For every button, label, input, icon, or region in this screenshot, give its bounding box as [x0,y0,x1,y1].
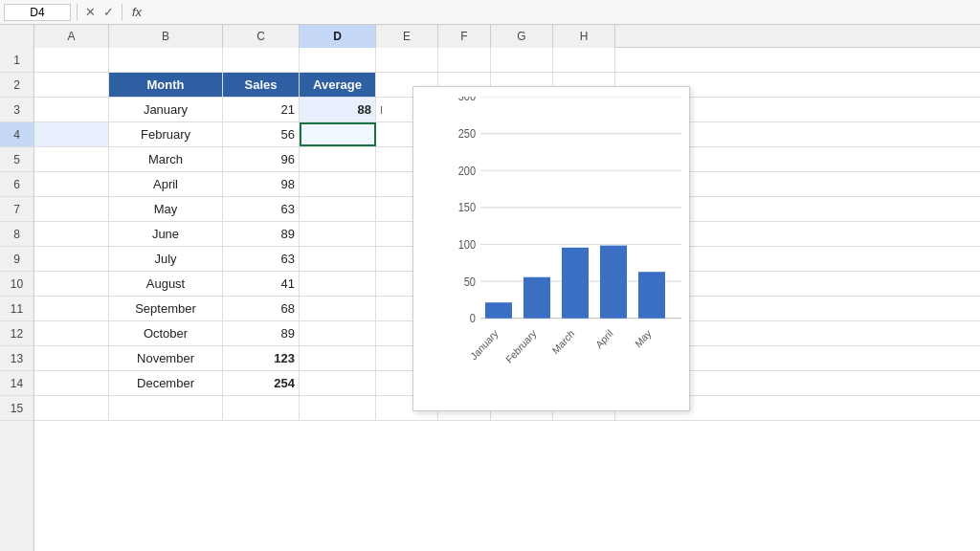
row-header-5[interactable]: 5 [0,147,33,172]
cell-c2-header[interactable]: Sales [223,73,300,97]
cell-a6[interactable] [34,172,109,196]
row-header-1[interactable]: 1 [0,48,33,73]
cell-a12[interactable] [34,321,109,345]
row-header-6[interactable]: 6 [0,172,33,197]
cell-d7[interactable] [300,197,376,221]
confirm-icon[interactable]: ✓ [101,5,116,19]
col-header-c[interactable]: C [223,25,300,48]
cell-b2-header[interactable]: Month [109,73,223,97]
row-header-8[interactable]: 8 [0,222,33,247]
cell-a9[interactable] [34,247,109,271]
col-header-h[interactable]: H [553,25,615,48]
bar-april [600,246,627,319]
row-header-10[interactable]: 10 [0,272,33,297]
row-header-12[interactable]: 12 [0,321,33,346]
cell-a4[interactable] [34,122,109,146]
cell-c10[interactable]: 41 [223,272,300,296]
cell-c3[interactable]: 21 [223,98,300,121]
cell-b15[interactable] [109,396,223,420]
cell-d3[interactable]: 88 [300,98,376,121]
cell-d1[interactable] [300,48,376,72]
col-header-a[interactable]: A [34,25,109,48]
cell-c11[interactable]: 68 [223,297,300,320]
cell-d5[interactable] [300,147,376,171]
cell-a13[interactable] [34,346,109,370]
cell-b5[interactable]: March [109,147,223,171]
cell-b13[interactable]: November [109,346,223,370]
cell-c4[interactable]: 56 [223,122,300,146]
cell-d2-header[interactable]: Average [300,73,376,97]
name-box[interactable]: D4 [4,4,71,21]
row-header-11[interactable]: 11 [0,297,33,321]
cell-c8[interactable]: 89 [223,222,300,246]
cell-b1[interactable] [109,48,223,72]
bar-may [638,272,665,319]
cell-b10[interactable]: August [109,272,223,296]
cell-g1[interactable] [491,48,553,72]
col-header-d[interactable]: D [300,25,376,48]
cell-c6[interactable]: 98 [223,172,300,196]
row-header-13[interactable]: 13 [0,346,33,371]
svg-text:50: 50 [464,276,476,288]
cell-h1[interactable] [553,48,615,72]
grid-body: 1 2 3 4 5 6 7 8 9 10 11 12 13 14 15 [0,48,980,551]
cell-d4[interactable] [300,122,376,146]
row-header-4[interactable]: 4 [0,122,33,147]
cell-b3[interactable]: January [109,98,223,121]
col-header-b[interactable]: B [109,25,223,48]
cell-a7[interactable] [34,197,109,221]
cell-c5[interactable]: 96 [223,147,300,171]
cell-d14[interactable] [300,371,376,395]
cell-d10[interactable] [300,272,376,296]
cell-c1[interactable] [223,48,300,72]
bar-january [485,302,512,319]
col-header-g[interactable]: G [491,25,553,48]
row-header-3[interactable]: 3 [0,98,33,122]
cell-c15[interactable] [223,396,300,420]
cell-a3[interactable] [34,98,109,121]
cell-d8[interactable] [300,222,376,246]
cell-a11[interactable] [34,297,109,320]
cell-b12[interactable]: October [109,321,223,345]
cell-a2[interactable] [34,73,109,97]
cell-d13[interactable] [300,346,376,370]
row-header-2[interactable]: 2 [0,73,33,98]
col-header-e[interactable]: E [376,25,438,48]
cell-d11[interactable] [300,297,376,320]
cell-d6[interactable] [300,172,376,196]
cell-b7[interactable]: May [109,197,223,221]
cell-c7[interactable]: 63 [223,197,300,221]
row-header-9[interactable]: 9 [0,247,33,272]
svg-text:February: February [503,326,539,365]
cell-c13[interactable]: 123 [223,346,300,370]
col-header-f[interactable]: F [438,25,491,48]
cell-b14[interactable]: December [109,371,223,395]
cell-d9[interactable] [300,247,376,271]
cell-a15[interactable] [34,396,109,420]
row-header-7[interactable]: 7 [0,197,33,222]
cell-b8[interactable]: June [109,222,223,246]
cell-b4[interactable]: February [109,122,223,146]
cell-d15[interactable] [300,396,376,420]
svg-text:0: 0 [470,313,476,325]
cell-f1[interactable] [438,48,491,72]
cell-a5[interactable] [34,147,109,171]
row-header-14[interactable]: 14 [0,371,33,396]
cell-c14[interactable]: 254 [223,371,300,395]
cell-a14[interactable] [34,371,109,395]
cell-a1[interactable] [34,48,109,72]
cell-c9[interactable]: 63 [223,247,300,271]
row-header-15[interactable]: 15 [0,396,33,421]
cell-a8[interactable] [34,222,109,246]
cell-a10[interactable] [34,272,109,296]
cell-b9[interactable]: July [109,247,223,271]
svg-text:April: April [593,327,614,350]
cell-d12[interactable] [300,321,376,345]
cell-b11[interactable]: September [109,297,223,320]
cancel-icon[interactable]: ✕ [83,5,98,19]
cell-c12[interactable]: 89 [223,321,300,345]
cell-e1[interactable] [376,48,438,72]
cell-b6[interactable]: April [109,172,223,196]
chart-container: 300 250 200 150 100 50 0 [412,86,690,411]
svg-text:January: January [468,326,501,362]
